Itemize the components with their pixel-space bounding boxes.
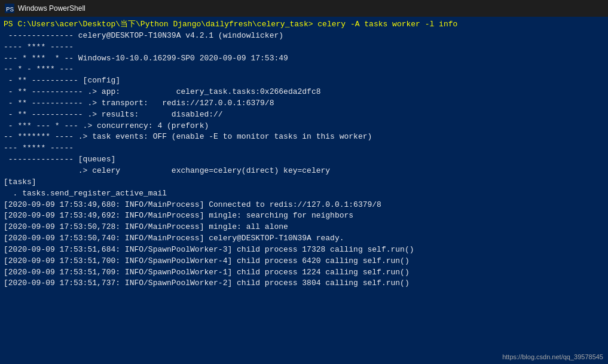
terminal-line: - *** --- * --- .> concurrency: 4 (prefo… [4, 121, 604, 132]
title-bar: PS Windows PowerShell [0, 0, 608, 17]
terminal-line: [2020-09-09 17:53:49,692: INFO/MainProce… [4, 210, 604, 222]
terminal-line: -- ******* ---- .> task events: OFF (ena… [4, 131, 604, 143]
prompt-line: PS C:\Users\acer\Desktop\当下\Python Djang… [4, 19, 604, 30]
powershell-icon: PS [5, 4, 14, 13]
terminal-line: [2020-09-09 17:53:51,700: INFO/SpawnPool… [4, 256, 604, 267]
terminal-line: -- * - **** --- [4, 64, 604, 75]
terminal-line: .> celery exchange=celery(direct) key=ce… [4, 166, 604, 177]
terminal: PS C:\Users\acer\Desktop\当下\Python Djang… [0, 17, 608, 364]
terminal-line: ---- **** ----- [4, 42, 604, 53]
terminal-line: [2020-09-09 17:53:51,737: INFO/SpawnPool… [4, 278, 604, 289]
terminal-line: [2020-09-09 17:53:51,684: INFO/SpawnPool… [4, 244, 604, 256]
terminal-output: -------------- celery@DESKTOP-T10N39A v4… [4, 30, 604, 289]
terminal-line: --- ***** ----- [4, 143, 604, 154]
terminal-line: - ** ---------- [config] [4, 75, 604, 87]
terminal-line: . tasks.send_register_active_mail [4, 188, 604, 200]
terminal-line: -------------- celery@DESKTOP-T10N39A v4… [4, 30, 604, 42]
terminal-line: [2020-09-09 17:53:49,680: INFO/MainProce… [4, 200, 604, 211]
terminal-line: --- * *** * -- Windows-10-10.0.16299-SP0… [4, 53, 604, 65]
terminal-line: [2020-09-09 17:53:51,709: INFO/SpawnPool… [4, 267, 604, 279]
svg-text:PS: PS [6, 6, 14, 13]
terminal-line: - ** ----------- .> results: disabled:// [4, 109, 604, 121]
terminal-line: [tasks] [4, 177, 604, 188]
terminal-line: - ** ----------- .> transport: redis://1… [4, 98, 604, 109]
watermark: https://blog.csdn.net/qq_39578545 [502, 353, 603, 360]
title-bar-label: Windows PowerShell [18, 4, 85, 13]
terminal-line: -------------- [queues] [4, 154, 604, 166]
terminal-line: [2020-09-09 17:53:50,740: INFO/MainProce… [4, 233, 604, 244]
terminal-line: [2020-09-09 17:53:50,728: INFO/MainProce… [4, 222, 604, 233]
terminal-line: - ** ----------- .> app: celery_task.tas… [4, 87, 604, 98]
